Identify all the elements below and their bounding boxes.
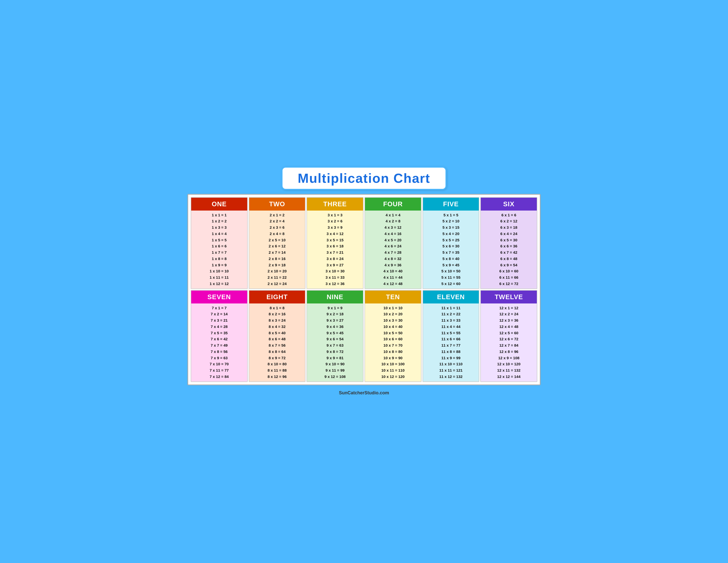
equation-row: 12 x 3 = 36	[482, 317, 536, 324]
equation-row: 4 x 1 = 4	[366, 212, 420, 218]
equation-row: 3 x 6 = 18	[308, 243, 362, 249]
number-block-four: FOUR4 x 1 = 44 x 2 = 84 x 3 = 124 x 4 = …	[365, 197, 422, 289]
equation-row: 3 x 9 = 27	[308, 262, 362, 268]
equation-row: 4 x 2 = 8	[366, 218, 420, 224]
equation-row: 2 x 4 = 8	[250, 231, 304, 237]
equation-row: 7 x 1 = 7	[192, 305, 246, 311]
equation-row: 2 x 8 = 16	[250, 256, 304, 262]
equation-row: 2 x 5 = 10	[250, 237, 304, 243]
equation-row: 12 x 5 = 60	[482, 330, 536, 336]
number-block-six: SIX6 x 1 = 66 x 2 = 126 x 3 = 186 x 4 = …	[480, 197, 537, 289]
equation-row: 10 x 5 = 50	[366, 330, 420, 336]
equation-row: 1 x 2 = 2	[192, 218, 246, 224]
equation-row: 4 x 10 = 40	[366, 268, 420, 274]
equation-row: 7 x 10 = 70	[192, 361, 246, 367]
equation-row: 4 x 4 = 16	[366, 231, 420, 237]
equation-row: 2 x 11 = 22	[250, 274, 304, 281]
equation-row: 9 x 2 = 18	[308, 311, 362, 317]
equation-row: 6 x 6 = 36	[482, 243, 536, 249]
equation-row: 7 x 9 = 63	[192, 355, 246, 361]
number-body-twelve: 12 x 1 = 1212 x 2 = 2412 x 3 = 3612 x 4 …	[481, 304, 537, 382]
number-header-one: ONE	[191, 198, 247, 210]
equation-row: 8 x 2 = 16	[250, 311, 304, 317]
equation-row: 6 x 1 = 6	[482, 212, 536, 218]
number-body-ten: 10 x 1 = 1010 x 2 = 2010 x 3 = 3010 x 4 …	[365, 304, 421, 382]
equation-row: 5 x 2 = 10	[424, 218, 478, 224]
equation-row: 6 x 9 = 54	[482, 262, 536, 268]
equation-row: 9 x 1 = 9	[308, 305, 362, 311]
equation-row: 3 x 4 = 12	[308, 231, 362, 237]
page-wrapper: Multiplication Chart ONE1 x 1 = 11 x 2 =…	[187, 167, 541, 397]
number-block-twelve: TWELVE12 x 1 = 1212 x 2 = 2412 x 3 = 361…	[480, 290, 537, 382]
equation-row: 3 x 3 = 9	[308, 224, 362, 231]
equation-row: 8 x 9 = 72	[250, 355, 304, 361]
equation-row: 5 x 8 = 40	[424, 256, 478, 262]
number-header-ten: TEN	[365, 291, 421, 304]
equation-row: 8 x 8 = 64	[250, 349, 304, 355]
equation-row: 8 x 11 = 88	[250, 367, 304, 374]
equation-row: 5 x 11 = 55	[424, 274, 478, 281]
equation-row: 5 x 1 = 5	[424, 212, 478, 218]
equation-row: 1 x 9 = 9	[192, 262, 246, 268]
equation-row: 9 x 6 = 54	[308, 336, 362, 342]
number-block-two: TWO2 x 1 = 22 x 2 = 42 x 3 = 62 x 4 = 82…	[249, 197, 306, 289]
equation-row: 2 x 12 = 24	[250, 281, 304, 287]
equation-row: 12 x 11 = 132	[482, 367, 536, 374]
number-block-seven: SEVEN7 x 1 = 77 x 2 = 147 x 3 = 217 x 4 …	[191, 290, 248, 382]
equation-row: 11 x 2 = 22	[424, 311, 478, 317]
equation-row: 10 x 2 = 20	[366, 311, 420, 317]
equation-row: 1 x 1 = 1	[192, 212, 246, 218]
equation-row: 9 x 10 = 90	[308, 361, 362, 367]
equation-row: 10 x 4 = 40	[366, 324, 420, 330]
equation-row: 7 x 12 = 84	[192, 374, 246, 380]
number-block-eleven: ELEVEN11 x 1 = 1111 x 2 = 2211 x 3 = 331…	[423, 290, 480, 382]
equation-row: 3 x 1 = 3	[308, 212, 362, 218]
equation-row: 1 x 10 = 10	[192, 268, 246, 274]
equation-row: 4 x 9 = 36	[366, 262, 420, 268]
equation-row: 2 x 6 = 12	[250, 243, 304, 249]
equation-row: 3 x 10 = 30	[308, 268, 362, 274]
equation-row: 12 x 10 = 120	[482, 361, 536, 367]
equation-row: 7 x 7 = 49	[192, 342, 246, 349]
equation-row: 9 x 12 = 108	[308, 374, 362, 380]
equation-row: 5 x 4 = 20	[424, 231, 478, 237]
number-body-eight: 8 x 1 = 88 x 2 = 168 x 3 = 248 x 4 = 328…	[249, 304, 305, 382]
equation-row: 6 x 2 = 12	[482, 218, 536, 224]
equation-row: 12 x 4 = 48	[482, 324, 536, 330]
number-body-seven: 7 x 1 = 77 x 2 = 147 x 3 = 217 x 4 = 287…	[191, 304, 247, 382]
equation-row: 4 x 11 = 44	[366, 274, 420, 281]
chart-outer: ONE1 x 1 = 11 x 2 = 21 x 3 = 31 x 4 = 41…	[187, 194, 541, 385]
equation-row: 11 x 8 = 88	[424, 349, 478, 355]
equation-row: 7 x 4 = 28	[192, 324, 246, 330]
equation-row: 6 x 5 = 30	[482, 237, 536, 243]
equation-row: 2 x 9 = 18	[250, 262, 304, 268]
number-header-eight: EIGHT	[249, 291, 305, 304]
equation-row: 8 x 10 = 80	[250, 361, 304, 367]
equation-row: 6 x 4 = 24	[482, 231, 536, 237]
equation-row: 11 x 5 = 55	[424, 330, 478, 336]
equation-row: 11 x 6 = 66	[424, 336, 478, 342]
equation-row: 10 x 9 = 90	[366, 355, 420, 361]
equation-row: 3 x 5 = 15	[308, 237, 362, 243]
number-body-four: 4 x 1 = 44 x 2 = 84 x 3 = 124 x 4 = 164 …	[365, 210, 421, 289]
equation-row: 11 x 3 = 33	[424, 317, 478, 324]
equation-row: 11 x 12 = 132	[424, 374, 478, 380]
equation-row: 12 x 1 = 12	[482, 305, 536, 311]
equation-row: 7 x 5 = 35	[192, 330, 246, 336]
equation-row: 10 x 11 = 110	[366, 367, 420, 374]
equation-row: 2 x 2 = 4	[250, 218, 304, 224]
equation-row: 1 x 4 = 4	[192, 231, 246, 237]
equation-row: 11 x 9 = 99	[424, 355, 478, 361]
equation-row: 2 x 10 = 20	[250, 268, 304, 274]
number-header-eleven: ELEVEN	[423, 291, 479, 304]
equation-row: 9 x 5 = 45	[308, 330, 362, 336]
number-header-five: FIVE	[423, 198, 479, 210]
number-block-eight: EIGHT8 x 1 = 88 x 2 = 168 x 3 = 248 x 4 …	[249, 290, 306, 382]
number-body-eleven: 11 x 1 = 1111 x 2 = 2211 x 3 = 3311 x 4 …	[423, 304, 479, 382]
equation-row: 7 x 3 = 21	[192, 317, 246, 324]
equation-row: 11 x 11 = 121	[424, 367, 478, 374]
equation-row: 4 x 8 = 32	[366, 256, 420, 262]
equation-row: 5 x 7 = 35	[424, 249, 478, 256]
equation-row: 5 x 6 = 30	[424, 243, 478, 249]
number-block-one: ONE1 x 1 = 11 x 2 = 21 x 3 = 31 x 4 = 41…	[191, 197, 248, 289]
